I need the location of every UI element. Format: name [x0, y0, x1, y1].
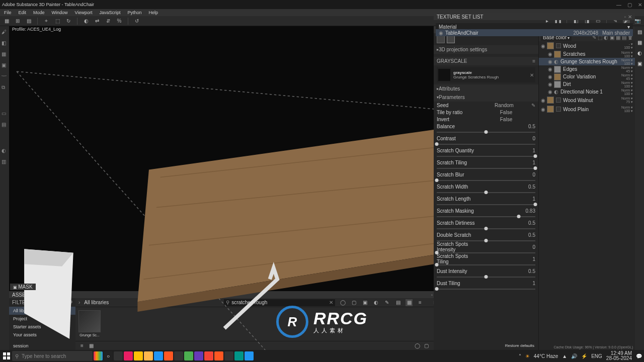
- tool-icon[interactable]: ↻: [65, 18, 72, 25]
- tray-icon[interactable]: ⚡: [581, 353, 587, 359]
- taskbar-app-icon[interactable]: [184, 351, 193, 360]
- taskbar-app-icon[interactable]: [94, 351, 103, 360]
- layer-item[interactable]: ◉◐Grunge Scratches RoughNorm ▾100 ▾: [539, 58, 635, 65]
- clock-date[interactable]: 28-05-2024: [606, 356, 632, 361]
- eye-icon[interactable]: ◉: [548, 74, 552, 79]
- parameters-section[interactable]: ▾ Parameters: [434, 93, 538, 102]
- start-button[interactable]: [2, 351, 11, 360]
- eye-icon[interactable]: ◉: [548, 66, 552, 72]
- tool-icon[interactable]: ⇄: [94, 18, 101, 25]
- fill-tool-icon[interactable]: ▣: [2, 62, 8, 68]
- taskbar-app-icon[interactable]: [144, 351, 153, 360]
- taskbar-app-icon[interactable]: [194, 351, 203, 360]
- taskbar-app-icon[interactable]: [174, 351, 183, 360]
- clear-icon[interactable]: ✕: [530, 72, 534, 78]
- tool-icon[interactable]: ◐: [637, 50, 642, 56]
- task-view-icon[interactable]: [114, 351, 123, 360]
- tray-icon[interactable]: 🔊: [571, 353, 577, 359]
- maximize-icon[interactable]: ▢: [627, 2, 632, 8]
- tool-icon[interactable]: ◐: [2, 148, 8, 154]
- menu-python[interactable]: Python: [127, 10, 141, 15]
- grayscale-resource[interactable]: grayscale Grunge Scratches Rough ✕: [437, 67, 535, 82]
- menu-viewport[interactable]: Viewport: [75, 10, 93, 15]
- tool-icon[interactable]: ⇵: [105, 18, 112, 25]
- menu-mode[interactable]: Mode: [33, 10, 45, 15]
- camera-icon[interactable]: 📷: [634, 18, 641, 25]
- layer-item[interactable]: ◉Wood PlainNorm ▾100 ▾: [539, 105, 635, 114]
- taskbar-app-icon[interactable]: [245, 351, 254, 360]
- param-invert[interactable]: InvertFalse: [434, 116, 538, 123]
- taskbar-app-icon[interactable]: [214, 351, 223, 360]
- close-icon[interactable]: ✕: [628, 14, 632, 20]
- layer-item[interactable]: ◉◐Directional Noise 1Norm ▾100 ▾: [539, 88, 635, 96]
- tool-icon[interactable]: ⊞: [14, 18, 21, 25]
- layer-item[interactable]: ◉Color VariationNorm ▾45 ▾: [539, 73, 635, 80]
- taskbar-app-icon[interactable]: [134, 351, 143, 360]
- svg-rect-13: [7, 352, 10, 355]
- tool-icon[interactable]: ▦: [3, 18, 10, 25]
- smudge-tool-icon[interactable]: 〰: [2, 73, 8, 79]
- eye-icon[interactable]: ◉: [541, 107, 545, 112]
- eye-icon[interactable]: ◉: [439, 30, 443, 36]
- minimize-icon[interactable]: —: [616, 2, 621, 8]
- menu-window[interactable]: Window: [52, 10, 68, 15]
- tool-icon[interactable]: ▭: [2, 111, 8, 117]
- eye-icon[interactable]: ◉: [548, 89, 552, 95]
- taskbar-app-icon[interactable]: [234, 351, 244, 360]
- weather-text[interactable]: 44°C Haze: [534, 353, 558, 359]
- mode-icon[interactable]: [447, 35, 455, 43]
- eye-icon[interactable]: ◉: [548, 51, 552, 57]
- tool-icon[interactable]: ▣: [637, 61, 642, 66]
- layer-item[interactable]: ◉EdgesNorm ▾45 ▾: [539, 65, 635, 73]
- clone-tool-icon[interactable]: ⧉: [2, 84, 8, 90]
- param-seed[interactable]: SeedRandom✎: [434, 102, 538, 109]
- tool-icon[interactable]: ▥: [2, 159, 8, 165]
- tool-icon[interactable]: ↺: [133, 18, 140, 25]
- close-icon[interactable]: ✕: [638, 2, 642, 8]
- layer-item[interactable]: ◉DirtNorm ▾100 ▾: [539, 80, 635, 88]
- tool-icon[interactable]: ▤: [637, 29, 642, 35]
- attributes-section[interactable]: ▸ Attributes: [434, 84, 538, 93]
- taskbar-app-icon[interactable]: [224, 351, 233, 360]
- menu-file[interactable]: File: [4, 10, 12, 15]
- tray-chevron-icon[interactable]: ˄: [519, 353, 521, 359]
- layer-item[interactable]: ◉Wood WalnutNorm ▾75 ▾: [539, 96, 635, 105]
- texture-set-item[interactable]: ◉ TableAndChair 2048x2048 Main shader: [436, 29, 633, 36]
- menu-edit[interactable]: Edit: [19, 10, 27, 15]
- tool-icon[interactable]: ▦: [637, 40, 642, 45]
- eye-icon[interactable]: ◉: [548, 81, 552, 87]
- menu-javascript[interactable]: JavaScript: [99, 10, 120, 15]
- menu-help[interactable]: Help: [148, 10, 158, 15]
- param-tile[interactable]: Tile by ratioFalse: [434, 109, 538, 116]
- eraser-tool-icon[interactable]: ◧: [2, 40, 8, 46]
- tool-icon[interactable]: %: [116, 18, 123, 25]
- projection-tool-icon[interactable]: ▦: [2, 51, 8, 57]
- taskbar-app-icon[interactable]: [154, 351, 163, 360]
- mode-icon[interactable]: [437, 35, 445, 43]
- eye-icon[interactable]: ◉: [541, 43, 545, 49]
- taskbar-app-icon[interactable]: [204, 351, 213, 360]
- tray-icon[interactable]: ▲: [562, 353, 567, 359]
- taskbar-app-icon[interactable]: [124, 351, 133, 360]
- taskbar-search[interactable]: ⚲Type here to search: [12, 351, 93, 361]
- language-indicator[interactable]: ENG: [591, 353, 602, 359]
- layer-item[interactable]: ◉ScratchesNorm ▾100 ▾: [539, 50, 635, 58]
- param-scratch_quantity-label: Scratch Quantity1: [434, 147, 538, 154]
- layer-item[interactable]: ◉Wood- ▾100 ▾: [539, 41, 635, 50]
- tool-icon[interactable]: +: [43, 18, 50, 25]
- cortana-icon[interactable]: ○: [104, 351, 113, 360]
- restore-defaults-button[interactable]: Restore defaults: [434, 341, 538, 350]
- eye-icon[interactable]: ◉: [548, 59, 552, 64]
- undock-icon[interactable]: ▫: [624, 14, 626, 20]
- brush-tool-icon[interactable]: 🖌: [2, 29, 8, 35]
- taskbar-app-icon[interactable]: [164, 351, 173, 360]
- tool-icon[interactable]: ⬚: [54, 18, 61, 25]
- tool-icon[interactable]: ◐: [83, 18, 90, 25]
- param-dust_tiling-slider[interactable]: [434, 289, 538, 292]
- tool-icon[interactable]: ▤: [25, 18, 32, 25]
- projection-section[interactable]: ▸ 3D projection settings: [434, 45, 538, 54]
- notification-icon[interactable]: 💬: [636, 353, 642, 359]
- tool-icon[interactable]: ▤: [2, 122, 8, 128]
- menu-icon[interactable]: ≡: [532, 58, 535, 64]
- eye-icon[interactable]: ◉: [541, 98, 545, 103]
